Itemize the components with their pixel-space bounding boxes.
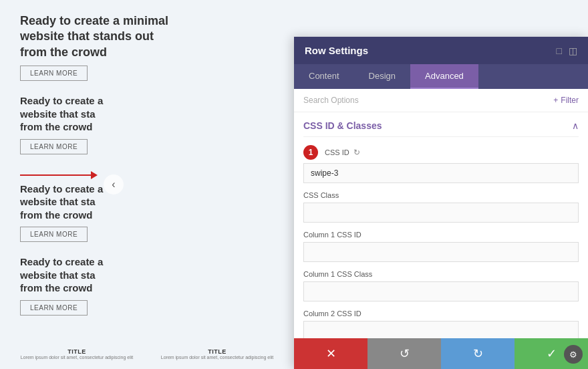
page-section-3: Ready to create awebsite that stafrom th…	[20, 182, 274, 249]
filter-button[interactable]: + Filter	[553, 96, 579, 105]
page-section-4: Ready to create awebsite that stafrom th…	[20, 255, 274, 322]
badge-1: 1	[303, 145, 318, 160]
css-id-classes-section: CSS ID & Classes ∧	[303, 112, 579, 137]
confirm-icon: ✓	[547, 346, 557, 361]
learn-more-btn-1[interactable]: LEARN MORE	[20, 66, 88, 81]
bottom-col-2: TITLE Lorem ipsum dolor sit amet, consec…	[161, 348, 273, 360]
section-2-heading: Ready to create awebsite that stafrom th…	[20, 94, 103, 134]
css-id-label: 1 CSS ID ↻	[303, 145, 579, 160]
search-options-placeholder[interactable]: Search Options	[303, 96, 359, 105]
panel-layout-icon[interactable]: ◫	[569, 45, 577, 56]
field-col1-css-class: Column 1 CSS Class	[303, 270, 579, 301]
col1-css-id-input[interactable]	[303, 242, 579, 262]
field-css-class: CSS Class	[303, 191, 579, 223]
css-id-reset-icon[interactable]: ↻	[353, 148, 360, 157]
filter-label: Filter	[561, 96, 579, 105]
field-css-id: 1 CSS ID ↻	[303, 145, 579, 183]
page-section-2: Ready to create awebsite that stafrom th…	[20, 94, 274, 161]
learn-more-btn-2[interactable]: LEARN MORE	[20, 139, 88, 154]
gear-icon: ⚙	[569, 350, 577, 360]
reset-icon: ↺	[400, 346, 410, 361]
settings-bubble[interactable]: ⚙	[564, 345, 583, 364]
bottom-strip: TITLE Lorem ipsum dolor sit amet, consec…	[0, 338, 294, 369]
row-settings-panel: Row Settings □ ◫ Content Design Advanced…	[294, 37, 588, 369]
bottom-col-2-text: Lorem ipsum dolor sit amet, consectetur …	[161, 355, 273, 360]
css-class-label: CSS Class	[303, 191, 579, 199]
section-4-heading: Ready to create awebsite that stafrom th…	[20, 255, 103, 295]
field-col1-css-id: Column 1 CSS ID	[303, 231, 579, 262]
tab-design[interactable]: Design	[354, 64, 410, 89]
col1-css-class-label-text: Column 1 CSS Class	[303, 270, 372, 278]
panel-eye-icon[interactable]: □	[557, 45, 562, 56]
panel-tabs: Content Design Advanced	[294, 64, 588, 89]
css-class-input[interactable]	[303, 203, 579, 223]
field-col2-css-id: Column 2 CSS ID	[303, 310, 579, 341]
cancel-icon: ✕	[326, 346, 336, 361]
section-collapse-icon[interactable]: ∧	[572, 120, 579, 131]
col1-css-id-label-text: Column 1 CSS ID	[303, 231, 361, 239]
css-class-label-text: CSS Class	[303, 191, 339, 199]
bottom-col-1-title: TITLE	[67, 348, 86, 355]
bottom-col-2-title: TITLE	[208, 348, 227, 355]
bottom-col-1: TITLE Lorem ipsum dolor sit amet, consec…	[21, 348, 133, 360]
col1-css-class-label: Column 1 CSS Class	[303, 270, 579, 278]
col2-css-id-label-text: Column 2 CSS ID	[303, 310, 361, 318]
nav-prev-arrow[interactable]: ‹	[104, 174, 124, 195]
panel-header: Row Settings □ ◫	[294, 37, 588, 64]
refresh-icon: ↻	[473, 346, 483, 361]
learn-more-btn-3[interactable]: LEARN MORE	[20, 227, 88, 242]
section-3-heading: Ready to create awebsite that stafrom th…	[20, 182, 103, 222]
page-content: Ready to create a minimalwebsite that st…	[0, 0, 294, 369]
panel-action-bar: ✕ ↺ ↻ ✓	[294, 338, 588, 369]
col1-css-id-label: Column 1 CSS ID	[303, 231, 579, 239]
css-id-input[interactable]	[303, 163, 579, 183]
bottom-col-1-text: Lorem ipsum dolor sit amet, consectetur …	[21, 355, 133, 360]
css-id-label-text: CSS ID	[325, 148, 349, 156]
reset-button[interactable]: ↺	[368, 338, 441, 369]
cancel-button[interactable]: ✕	[294, 338, 368, 369]
refresh-button[interactable]: ↻	[441, 338, 514, 369]
panel-header-icons: □ ◫	[557, 45, 577, 56]
learn-more-btn-4[interactable]: LEARN MORE	[20, 300, 88, 316]
col1-css-class-input[interactable]	[303, 281, 579, 301]
tab-content[interactable]: Content	[294, 64, 354, 89]
tab-advanced[interactable]: Advanced	[410, 64, 478, 89]
section-1-heading: Ready to create a minimalwebsite that st…	[20, 13, 168, 60]
panel-title: Row Settings	[305, 45, 368, 56]
page-section-1: Ready to create a minimalwebsite that st…	[20, 13, 274, 88]
css-id-classes-title: CSS ID & Classes	[303, 120, 382, 131]
panel-search-bar: Search Options + Filter	[294, 89, 588, 112]
arrow-line	[20, 174, 94, 176]
filter-icon: +	[553, 96, 558, 105]
col2-css-id-label: Column 2 CSS ID	[303, 310, 579, 318]
panel-body: CSS ID & Classes ∧ 1 CSS ID ↻ CSS Class …	[294, 112, 588, 369]
arrow-row	[20, 174, 274, 176]
